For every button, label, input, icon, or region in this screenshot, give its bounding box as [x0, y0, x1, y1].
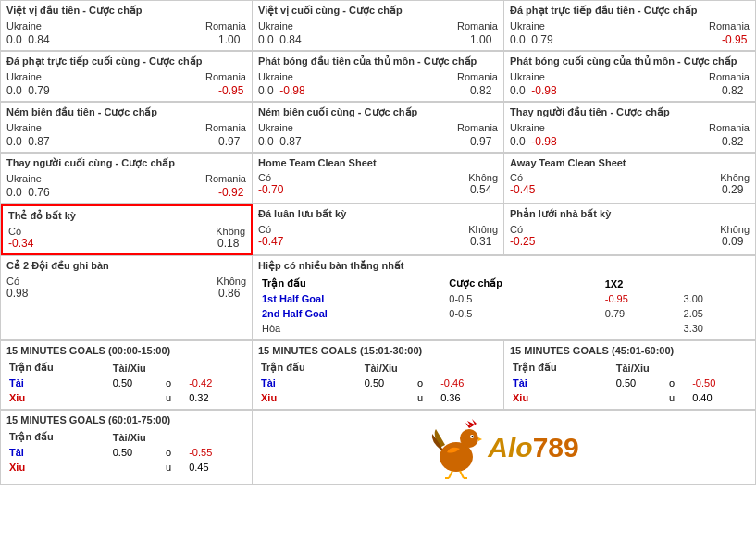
- 15min-1501-cell: 15 MINUTES GOALS (15:01-30:00) Trận đấu …: [253, 341, 504, 410]
- xiu-row: Xiu u 0.32: [6, 390, 246, 405]
- tai-row: Tài 0.50 o -0.50: [510, 376, 750, 390]
- viet-vi-dau-tien-cell: Việt vị đầu tiên - Cược chấp Ukraine Rom…: [1, 1, 253, 51]
- xiu-row: Xiu u 0.36: [258, 390, 498, 405]
- svg-point-5: [472, 436, 474, 437]
- nem-bien-dau-tien-cell: Ném biên đầu tiên - Cược chấp Ukraine Ro…: [1, 103, 253, 153]
- svg-marker-3: [478, 437, 482, 441]
- table-row: 2nd Half Goal 0-0.5 0.79 2.05: [258, 306, 750, 321]
- da-luan-luu-cell: Đá luân lưu bất kỳ Có Không -0.47 0.31: [253, 204, 504, 255]
- da-phat-dau-tien-title: Đá phạt trực tiếp đầu tiên - Cược chấp: [510, 5, 750, 17]
- da-phat-dau-tien-cell: Đá phạt trực tiếp đầu tiên - Cược chấp U…: [504, 1, 756, 51]
- logo-cell: Alo 789: [253, 411, 756, 485]
- home-clean-sheet-cell: Home Team Clean Sheet Có Không -0.70 0.5…: [253, 154, 504, 203]
- phat-bong-thu-mon-cuoi-cell: Phát bóng cuối cùng của thủ môn - Cược c…: [504, 52, 756, 102]
- phat-bong-thu-mon-dau-cell: Phát bóng đầu tiên của thủ môn - Cược ch…: [253, 52, 504, 102]
- 15min-4501-cell: 15 MINUTES GOALS (45:01-60:00) Trận đấu …: [504, 341, 756, 410]
- svg-point-1: [460, 429, 478, 448]
- thay-nguoi-dau-tien-cell: Thay người đầu tiên - Cược chấp Ukraine …: [504, 103, 756, 153]
- 15min-6001-cell: 15 MINUTES GOALS (60:01-75:00) Trận đấu …: [1, 411, 253, 485]
- val1: 0.0 0.84: [6, 33, 50, 46]
- away-clean-sheet-cell: Away Team Clean Sheet Có Không -0.45 0.2…: [504, 154, 756, 203]
- tai-row: Tài 0.50 o -0.42: [6, 376, 246, 390]
- tai-row: Tài 0.50 o -0.46: [258, 376, 498, 390]
- viet-vi-dau-tien-title: Việt vị đầu tiên - Cược chấp: [6, 5, 246, 17]
- svg-line-7: [460, 471, 464, 478]
- viet-vi-cuoi-cung-cell: Việt vị cuối cùng - Cược chấp Ukraine Ro…: [253, 1, 504, 51]
- hiep-table: Trận đấu Cược chấp 1X2 1st Half Goal 0-0…: [258, 276, 750, 336]
- logo-text: Alo 789: [488, 432, 578, 463]
- nem-bien-cuoi-cung-cell: Ném biên cuối cùng - Cược chấp Ukraine R…: [253, 103, 504, 153]
- team1-name: Ukraine: [6, 20, 42, 31]
- rooster-icon: [428, 415, 484, 480]
- svg-line-6: [449, 471, 452, 478]
- tai-row: Tài 0.50 o -0.55: [6, 445, 246, 460]
- table-row: Hòa 3.30: [258, 321, 750, 336]
- viet-vi-cuoi-cung-title: Việt vị cuối cùng - Cược chấp: [258, 5, 498, 17]
- hiep-nhieu-ban-cell: Hiệp có nhiều bàn thắng nhất Trận đấu Cư…: [253, 256, 756, 340]
- phan-luoi-nha-cell: Phản lưới nhà bất kỳ Có Không -0.25 0.09: [504, 204, 756, 255]
- logo-alo: Alo: [488, 432, 532, 463]
- logo-num: 789: [533, 432, 579, 463]
- 15min-0000-cell: 15 MINUTES GOALS (00:00-15:00) Trận đấu …: [1, 341, 253, 410]
- ca-2-doi-cell: Cả 2 Đội đều ghi bàn Có Không 0.98 0.86: [1, 256, 253, 340]
- da-phat-cuoi-cung-cell: Đá phạt trực tiếp cuối cùng - Cược chấp …: [1, 52, 253, 102]
- table-row: 1st Half Goal 0-0.5 -0.95 3.00: [258, 291, 750, 306]
- svg-marker-2: [465, 419, 477, 428]
- xiu-row: Xiu u 0.45: [6, 460, 246, 474]
- the-do-bat-ky-cell: Thẻ đỏ bất kỳ Có Không -0.34 0.18: [1, 204, 253, 255]
- xiu-row: Xiu u 0.40: [510, 390, 750, 405]
- val2: 1.00: [218, 33, 246, 46]
- thay-nguoi-cuoi-cung-cell: Thay người cuối cùng - Cược chấp Ukraine…: [1, 154, 253, 203]
- team2-name: Romania: [205, 20, 246, 31]
